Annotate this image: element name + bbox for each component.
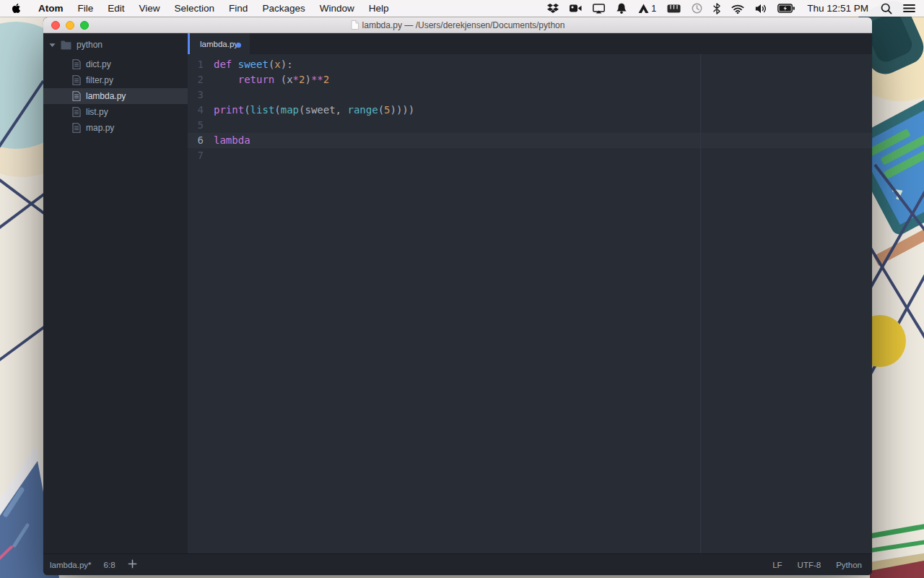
code-line[interactable]: [214, 87, 872, 103]
file-name: filter.py: [86, 75, 113, 85]
code-token-keyword: *: [293, 74, 299, 85]
code-line[interactable]: [214, 118, 872, 133]
wifi-icon[interactable]: [731, 4, 744, 14]
window-title: lambda.py — /Users/derekjensen/Documents…: [362, 20, 565, 30]
code-token-function: sweet: [238, 59, 269, 70]
file-icon: [72, 123, 81, 133]
menu-packages[interactable]: Packages: [255, 0, 312, 17]
menu-edit[interactable]: Edit: [100, 0, 131, 17]
sidebar-file-lambda[interactable]: lambda.py: [43, 88, 188, 104]
code-lines[interactable]: def sweet(x): return (x*2)**2print(list(…: [214, 57, 872, 553]
line-number[interactable]: 5: [188, 118, 214, 133]
tab-bar: lambda.py: [188, 33, 872, 54]
menu-bar-clock[interactable]: Thu 12:51 PM: [806, 3, 870, 14]
file-icon: [72, 107, 81, 117]
text-editor[interactable]: 1234567 def sweet(x): return (x*2)**2pri…: [188, 54, 872, 553]
sidebar-file-filter[interactable]: filter.py: [43, 72, 188, 88]
code-line[interactable]: def sweet(x):: [214, 57, 872, 72]
chevron-down-icon: [49, 43, 56, 48]
menu-view[interactable]: View: [132, 0, 167, 17]
line-number[interactable]: 3: [188, 87, 214, 103]
volume-icon[interactable]: [755, 4, 767, 14]
apple-icon: [12, 3, 21, 14]
atom-main-area: python dict.py filter.py lambda.py list.…: [43, 33, 872, 553]
code-token-plain: ):: [281, 59, 293, 70]
close-button[interactable]: [51, 21, 60, 30]
code-token-number: 5: [384, 104, 390, 116]
macos-menu-bar: Atom File Edit View Selection Find Packa…: [0, 0, 924, 17]
code-token-builtin: range: [347, 104, 378, 116]
file-icon: [72, 75, 81, 85]
dropbox-icon[interactable]: [547, 4, 559, 14]
code-token-builtin: list: [250, 104, 275, 116]
video-camera-icon[interactable]: [570, 4, 582, 13]
line-number[interactable]: 2: [188, 72, 214, 87]
code-token-keyword: def: [214, 59, 238, 70]
apple-menu[interactable]: [0, 0, 31, 17]
line-number[interactable]: 1: [188, 57, 214, 72]
zoom-button[interactable]: [80, 21, 89, 30]
file-icon: [72, 91, 81, 101]
code-token-param: x: [274, 59, 280, 70]
document-icon: [351, 20, 359, 30]
bluetooth-icon[interactable]: [713, 3, 720, 14]
code-line[interactable]: [214, 148, 872, 163]
status-cursor-position[interactable]: 6:8: [104, 561, 116, 569]
midi-keyboard-icon[interactable]: [667, 4, 681, 13]
line-number[interactable]: 7: [188, 148, 214, 163]
battery-charging-icon[interactable]: [777, 4, 795, 13]
code-token-plain: (: [274, 104, 280, 116]
code-token-plain: [214, 74, 238, 85]
minimize-button[interactable]: [66, 21, 74, 30]
gutter[interactable]: 1234567: [188, 57, 214, 553]
tab-label: lambda.py: [200, 40, 238, 48]
code-token-keyword: print: [214, 104, 244, 116]
tree-view-sidebar: python dict.py filter.py lambda.py list.…: [43, 33, 188, 553]
status-encoding[interactable]: UTF-8: [798, 561, 821, 569]
file-name: map.py: [86, 123, 114, 133]
line-number[interactable]: 4: [188, 103, 214, 118]
menu-selection[interactable]: Selection: [167, 0, 222, 17]
traffic-lights: [51, 17, 89, 33]
menu-file[interactable]: File: [71, 0, 101, 17]
code-token-plain: (x: [274, 74, 292, 85]
wrap-guide-line: [700, 54, 701, 553]
file-name: list.py: [86, 107, 108, 117]
status-line-ending[interactable]: LF: [772, 561, 782, 569]
menu-window[interactable]: Window: [313, 0, 362, 17]
folder-icon: [61, 40, 71, 50]
menu-items: Atom File Edit View Selection Find Packa…: [0, 0, 396, 17]
airplay-display-icon[interactable]: [593, 4, 605, 14]
status-bar: lambda.py* 6:8 LF UTF-8 Python: [43, 553, 872, 575]
line-number[interactable]: 6: [188, 133, 214, 148]
status-language[interactable]: Python: [836, 561, 862, 569]
file-name: lambda.py: [86, 91, 126, 101]
code-line[interactable]: lambda: [214, 133, 872, 148]
sidebar-file-map[interactable]: map.py: [43, 120, 188, 136]
folder-name: python: [77, 40, 103, 50]
menu-find[interactable]: Find: [222, 0, 255, 17]
time-machine-icon[interactable]: [692, 3, 702, 14]
notification-center-icon[interactable]: [903, 4, 915, 13]
status-file-name[interactable]: lambda.py*: [50, 561, 92, 569]
sidebar-file-list[interactable]: list.py: [43, 104, 188, 120]
code-line[interactable]: return (x*2)**2: [214, 72, 872, 87]
adobe-creative-cloud-icon[interactable]: 1: [638, 4, 656, 14]
sidebar-folder-python[interactable]: python: [43, 37, 188, 53]
code-line[interactable]: print(list(map(sweet, range(5)))): [214, 103, 872, 118]
atom-window: lambda.py — /Users/derekjensen/Documents…: [43, 17, 872, 575]
code-token-keyword: lambda: [214, 134, 250, 146]
add-plus-icon[interactable]: [128, 559, 137, 570]
sidebar-file-dict[interactable]: dict.py: [43, 56, 188, 72]
menu-help[interactable]: Help: [362, 0, 396, 17]
file-name: dict.py: [86, 59, 111, 69]
window-title-bar[interactable]: lambda.py — /Users/derekjensen/Documents…: [43, 17, 872, 33]
spotlight-search-icon[interactable]: [881, 3, 892, 14]
file-icon: [72, 59, 81, 69]
editor-pane: lambda.py 1234567 def sweet(x): return (…: [188, 33, 872, 553]
code-token-plain: (: [378, 104, 384, 116]
notifications-bell-icon[interactable]: [616, 3, 627, 14]
menu-atom[interactable]: Atom: [31, 0, 71, 17]
tab-lambda-py[interactable]: lambda.py: [190, 33, 250, 54]
code-token-keyword: **: [311, 74, 323, 85]
